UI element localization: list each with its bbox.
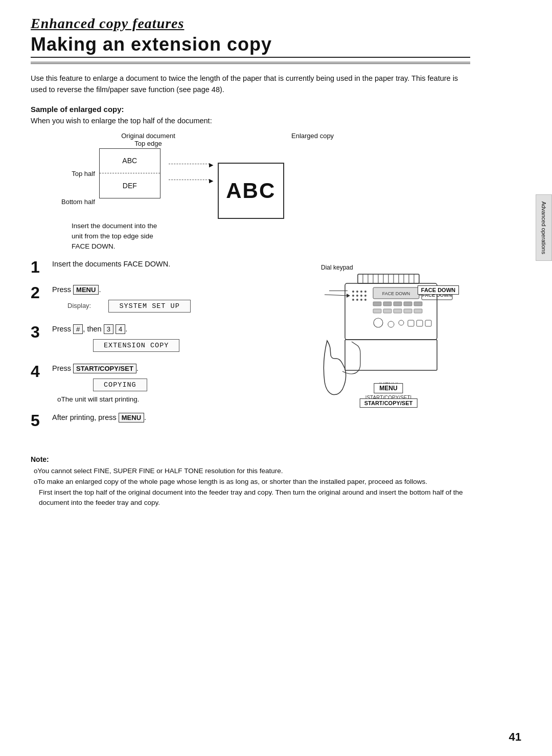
- svg-rect-36: [394, 309, 402, 313]
- diagram-area: Original document Top edge Enlarged copy…: [31, 132, 470, 252]
- page-number: 41: [509, 730, 521, 744]
- display-box-3: EXTENSION COPY: [93, 339, 179, 352]
- svg-text:FACE DOWN: FACE DOWN: [382, 291, 410, 296]
- enlarged-copy-box: ABC: [218, 163, 284, 219]
- svg-line-27: [325, 295, 348, 296]
- svg-point-41: [399, 320, 404, 325]
- step4-bullet: oThe unit will start printing.: [57, 395, 302, 403]
- orig-doc-label: Original document Top edge: [102, 132, 194, 147]
- intro-text: Use this feature to enlarge a document t…: [31, 73, 470, 96]
- step-5: 5 After printing, press MENU.: [31, 412, 302, 429]
- svg-point-25: [360, 299, 362, 301]
- start-copy-set-label: START/COPY/SET: [360, 398, 418, 408]
- top-half-label: Top half: [61, 170, 95, 177]
- svg-rect-31: [394, 302, 402, 306]
- title-making: Making an extension copy: [31, 34, 470, 64]
- step3-text: Press #, then 3 4.: [52, 324, 302, 335]
- sample-subtext: When you wish to enlarge the top half of…: [31, 117, 470, 125]
- menu-button-label: MENU: [374, 383, 403, 393]
- start-copy-set-key: START/COPY/SET: [73, 364, 136, 373]
- original-doc-box: ABC DEF: [99, 148, 160, 198]
- svg-marker-28: [347, 294, 350, 298]
- arrow-top: ▶: [169, 164, 210, 164]
- svg-point-19: [352, 295, 354, 297]
- steps-and-illustration: 1 Insert the documents FACE DOWN. 2 Pres…: [31, 259, 470, 444]
- arrow-bottom: ▶: [169, 180, 210, 180]
- step-4: 4 Press START/COPY/SET. COPYING oThe uni…: [31, 363, 302, 403]
- note-section: Note: oYou cannot select FINE, SUPER FIN…: [31, 454, 470, 508]
- step4-number: 4: [31, 363, 52, 380]
- step1-number: 1: [31, 259, 52, 275]
- svg-rect-43: [417, 320, 423, 326]
- svg-point-39: [374, 318, 383, 327]
- dial-keypad-label: Dial keypad: [321, 264, 353, 271]
- step3-number: 3: [31, 324, 52, 340]
- svg-rect-29: [373, 302, 381, 306]
- svg-rect-30: [383, 302, 392, 306]
- note-heading: Note:: [31, 454, 470, 465]
- key-3: 3: [104, 324, 113, 334]
- svg-point-15: [352, 291, 354, 293]
- key-4: 4: [116, 324, 125, 334]
- svg-point-24: [356, 299, 358, 301]
- note-item-3: First insert the top half of the origina…: [39, 487, 470, 508]
- svg-point-22: [364, 295, 366, 297]
- face-down-label: FACE DOWN: [418, 285, 459, 295]
- step1-text: Insert the documents FACE DOWN.: [52, 259, 302, 270]
- insert-note: Insert the document into the unit from t…: [72, 221, 470, 252]
- step5-text: After printing, press MENU.: [52, 412, 302, 424]
- svg-point-18: [364, 291, 366, 293]
- svg-rect-38: [414, 309, 422, 313]
- svg-rect-34: [373, 309, 381, 313]
- dial-keypad-arrow: [329, 291, 348, 291]
- svg-rect-42: [408, 320, 414, 326]
- orig-bottom-half: DEF: [100, 173, 160, 198]
- step-3: 3 Press #, then 3 4. EXTENSION COPY: [31, 324, 302, 354]
- svg-point-23: [352, 299, 354, 301]
- bottom-half-label: Bottom half: [61, 198, 95, 206]
- svg-rect-37: [404, 309, 412, 313]
- svg-point-21: [360, 295, 362, 297]
- orig-top-half: ABC: [100, 149, 160, 173]
- enlarged-abc-text: ABC: [226, 179, 275, 203]
- sample-heading: Sample of enlarged copy:: [31, 105, 470, 114]
- fax-machine-svg: FACE DOWN: [317, 269, 460, 443]
- title-enhanced: Enhanced copy features: [31, 15, 470, 32]
- note-item-1: oYou cannot select FINE, SUPER FINE or H…: [34, 465, 470, 477]
- svg-rect-33: [414, 302, 422, 306]
- step2-number: 2: [31, 284, 52, 301]
- svg-rect-32: [404, 302, 412, 306]
- svg-point-20: [356, 295, 358, 297]
- svg-point-40: [388, 321, 394, 327]
- enlarged-label: Enlarged copy: [291, 132, 334, 147]
- fax-illustration: Dial keypad: [317, 259, 470, 444]
- svg-point-17: [360, 291, 362, 293]
- step5-menu-key: MENU: [119, 413, 144, 423]
- svg-rect-45: [345, 340, 437, 370]
- step-1: 1 Insert the documents FACE DOWN.: [31, 259, 302, 275]
- svg-rect-35: [383, 309, 392, 313]
- display-box-4: COPYING: [93, 379, 147, 391]
- side-tab: Advanced operations: [536, 194, 552, 261]
- menu-key: MENU: [73, 285, 99, 295]
- step-2: 2 Press MENU. Display: SYSTEM SET UP: [31, 284, 302, 315]
- svg-point-26: [364, 299, 366, 301]
- note-item-2: oTo make an enlarged copy of the whole p…: [34, 476, 470, 487]
- step5-number: 5: [31, 412, 52, 429]
- step4-text: Press START/COPY/SET.: [52, 363, 302, 374]
- svg-point-16: [356, 291, 358, 293]
- display-box-2: SYSTEM SET UP: [108, 300, 190, 313]
- hash-key: #: [73, 324, 83, 334]
- step2-text: Press MENU.: [52, 284, 302, 296]
- svg-rect-44: [425, 320, 431, 326]
- display-label-2: Display:: [67, 302, 91, 309]
